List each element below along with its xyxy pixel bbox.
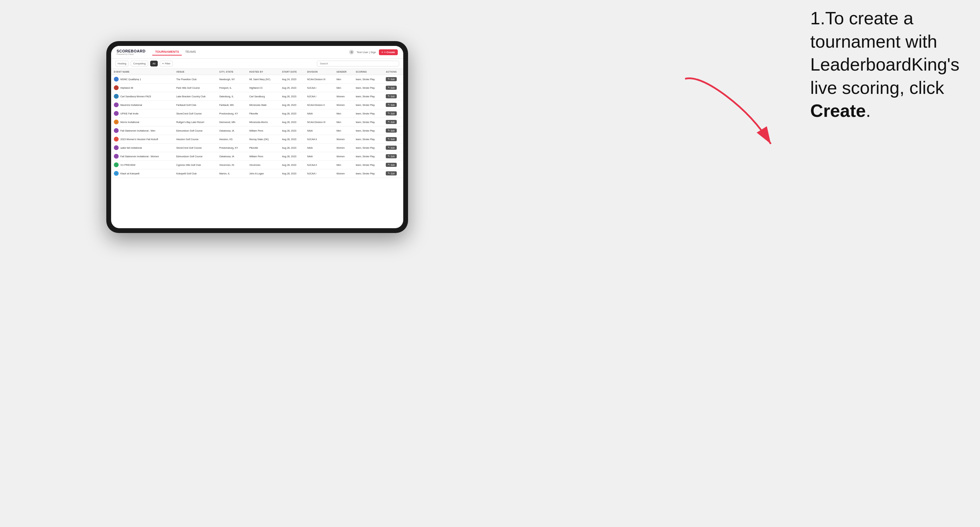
tournaments-table-container[interactable]: EVENT NAME VENUE CITY, STATE HOSTED BY S…	[111, 69, 403, 228]
team-logo: ●	[114, 102, 119, 107]
col-hosted-by: HOSTED BY	[247, 69, 280, 75]
cell-city-state: Oskaloosa, IA	[216, 152, 247, 161]
cell-actions: ✎ Edit	[383, 127, 403, 135]
cell-venue: Edmundson Golf Course	[173, 127, 216, 135]
cell-venue: Ruttger's Bay Lake Resort	[173, 118, 216, 127]
col-scoring: SCORING	[353, 69, 383, 75]
cell-scoring: team, Stroke Play	[353, 127, 383, 135]
edit-button[interactable]: ✎ Edit	[386, 171, 396, 175]
cell-actions: ✎ Edit	[383, 75, 403, 84]
table-row: ● UPIKE Fall Invite StoneCrest Golf Cour…	[111, 109, 403, 118]
tab-tournaments[interactable]: TOURNAMENTS	[152, 49, 182, 56]
cell-start-date: Aug 28, 2023	[280, 161, 304, 169]
edit-button[interactable]: ✎ Edit	[386, 129, 396, 133]
cell-gender: Women	[334, 144, 353, 152]
cell-event-name: ● VU PREVIEW	[111, 161, 173, 169]
cell-actions: ✎ Edit	[383, 161, 403, 169]
tab-teams[interactable]: TEAMS	[183, 49, 199, 56]
cell-venue: Kokopelli Golf Club	[173, 169, 216, 178]
cell-division: NCAA Division II	[304, 101, 334, 109]
edit-button[interactable]: ✎ Edit	[386, 163, 396, 167]
edit-icon: ✎	[388, 95, 390, 98]
edit-button[interactable]: ✎ Edit	[386, 77, 396, 81]
logo-area: SCOREBOARD Powered by Clippit	[116, 49, 145, 55]
cell-actions: ✎ Edit	[383, 84, 403, 92]
col-division: DIVISION	[304, 69, 334, 75]
cell-division: NJCAA I	[304, 84, 334, 92]
cell-event-name: ● 2023 Women's Hesston Fall Kickoff	[111, 135, 173, 144]
cell-city-state: Galesburg, IL	[216, 92, 247, 101]
cell-event-name: ● Maverick Invitational	[111, 101, 173, 109]
cell-gender: Men	[334, 75, 353, 84]
cell-hosted-by: Minnesota-Morris	[247, 118, 280, 127]
edit-icon: ✎	[388, 112, 390, 115]
hosting-filter-button[interactable]: Hosting	[115, 61, 129, 67]
cell-hosted-by: John A Logan	[247, 169, 280, 178]
cell-gender: Women	[334, 169, 353, 178]
team-logo: ●	[114, 120, 119, 124]
cell-city-state: Deerwood, MN	[216, 118, 247, 127]
cell-event-name: ● UPIKE Fall Invite	[111, 109, 173, 118]
table-row: ● Carl Sandburg Women FA23 Lake Bracken …	[111, 92, 403, 101]
cell-hosted-by: Minnesota State	[247, 101, 280, 109]
nav-tabs: TOURNAMENTS TEAMS	[152, 49, 199, 56]
gear-icon[interactable]: ⚙	[349, 50, 354, 54]
edit-button[interactable]: ✎ Edit	[386, 154, 396, 158]
nav-bar: SCOREBOARD Powered by Clippit TOURNAMENT…	[111, 46, 403, 59]
cell-actions: ✎ Edit	[383, 144, 403, 152]
cell-gender: Men	[334, 161, 353, 169]
cell-actions: ✎ Edit	[383, 109, 403, 118]
event-name-text: UPIKE Fall Invite	[120, 113, 138, 115]
cell-event-name: ● Klash at Kokopelli	[111, 169, 173, 178]
create-button[interactable]: + + Create	[379, 49, 398, 55]
edit-icon: ✎	[388, 86, 390, 89]
col-city-state: CITY, STATE	[216, 69, 247, 75]
edit-icon: ✎	[388, 146, 390, 149]
search-input[interactable]	[317, 61, 399, 67]
cell-scoring: team, Stroke Play	[353, 135, 383, 144]
cell-city-state: Hesston, KS	[216, 135, 247, 144]
tablet-screen: SCOREBOARD Powered by Clippit TOURNAMENT…	[111, 46, 403, 228]
cell-gender: Men	[334, 109, 353, 118]
edit-button[interactable]: ✎ Edit	[386, 120, 396, 124]
cell-venue: The Powelton Club	[173, 75, 216, 84]
arrow-indicator	[671, 68, 781, 158]
cell-gender: Women	[334, 92, 353, 101]
edit-button[interactable]: ✎ Edit	[386, 103, 396, 107]
edit-button[interactable]: ✎ Edit	[386, 86, 396, 90]
team-logo: ●	[114, 111, 119, 116]
edit-button[interactable]: ✎ Edit	[386, 111, 396, 116]
cell-hosted-by: Highland CC	[247, 84, 280, 92]
cell-start-date: Aug 28, 2023	[280, 144, 304, 152]
cell-division: NCAA Division III	[304, 118, 334, 127]
logo-sub: Powered by Clippit	[116, 53, 145, 55]
all-filter-button[interactable]: All	[150, 61, 158, 67]
team-logo: ●	[114, 154, 119, 159]
team-logo: ●	[114, 85, 119, 90]
cell-start-date: Aug 28, 2023	[280, 135, 304, 144]
cell-division: NAIA	[304, 127, 334, 135]
edit-button[interactable]: ✎ Edit	[386, 94, 396, 98]
table-row: ● 2023 Women's Hesston Fall Kickoff Hess…	[111, 135, 403, 144]
edit-icon: ✎	[388, 129, 390, 132]
col-event-name: EVENT NAME	[111, 69, 173, 75]
cell-city-state: Marion, IL	[216, 169, 247, 178]
cell-venue: Edmundson Golf Course	[173, 152, 216, 161]
event-name-text: Maverick Invitational	[120, 104, 142, 106]
table-row: ● Maverick Invitational Faribault Golf C…	[111, 101, 403, 109]
cell-division: NAIA	[304, 152, 334, 161]
competing-filter-button[interactable]: Competing	[130, 61, 148, 67]
cell-scoring: team, Stroke Play	[353, 144, 383, 152]
event-name-text: Morris Invitational	[120, 121, 139, 123]
cell-city-state: Vincennes, IN	[216, 161, 247, 169]
cell-event-name: ● Fall Statesmen Invitational - Men	[111, 127, 173, 135]
cell-division: NJCAA I	[304, 169, 334, 178]
cell-scoring: team, Stroke Play	[353, 101, 383, 109]
filter-options-button[interactable]: ≡ Filter	[160, 61, 173, 67]
edit-button[interactable]: ✎ Edit	[386, 146, 396, 150]
table-row: ● Morris Invitational Ruttger's Bay Lake…	[111, 118, 403, 127]
team-logo: ●	[114, 128, 119, 133]
cell-start-date: Aug 25, 2023	[280, 84, 304, 92]
cell-event-name: ● Fall Statesmen Invitational - Women	[111, 152, 173, 161]
edit-button[interactable]: ✎ Edit	[386, 137, 396, 141]
